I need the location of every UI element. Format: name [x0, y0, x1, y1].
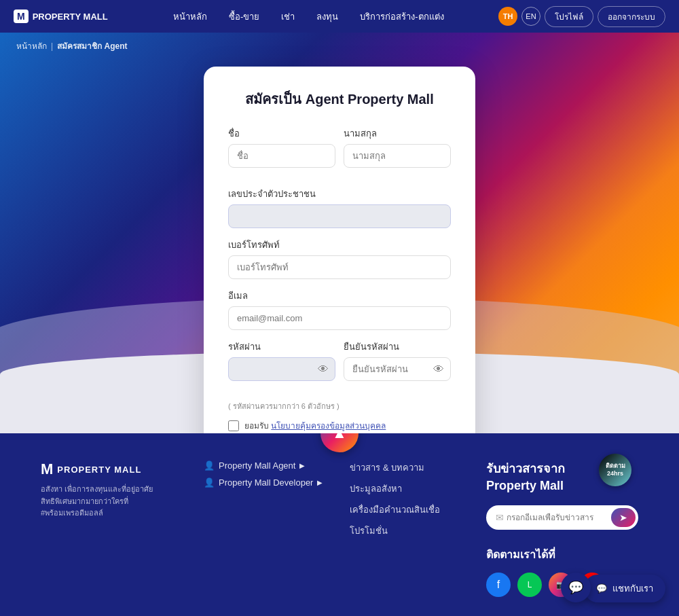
- nav-buy-sell[interactable]: ซื้อ-ขาย: [219, 5, 269, 28]
- nav-right: TH EN โปรไฟล์ ออกจากระบบ: [498, 6, 665, 27]
- footer-logo-column: M PROPERTY MALL อสังหา เพื่อการลงทุนและท…: [41, 460, 177, 520]
- line-icon[interactable]: L: [517, 573, 542, 597]
- social-title: ติดตามเราได้ที่: [486, 546, 638, 563]
- password-label: รหัสผ่าน: [228, 340, 335, 354]
- confirm-password-label: ยืนยันรหัสผ่าน: [344, 340, 451, 354]
- newsletter-email-input[interactable]: [507, 513, 608, 522]
- footer-links-column: 👤 Property Mall Agent ▶ 👤 Property Mall …: [204, 460, 323, 488]
- first-name-input[interactable]: [228, 144, 335, 168]
- profile-button[interactable]: โปรไฟล์: [545, 6, 593, 27]
- lang-en-button[interactable]: EN: [521, 7, 540, 26]
- lang-th-button[interactable]: TH: [498, 7, 517, 26]
- email-group: อีเมล: [228, 289, 451, 330]
- checkbox1[interactable]: [228, 420, 239, 431]
- footer-auction-link[interactable]: ประมูลอสังหา: [350, 482, 440, 496]
- footer-promo-link[interactable]: โปรโมชั่น: [350, 524, 440, 538]
- first-name-label: ชื่อ: [228, 126, 335, 141]
- footer-developer-link[interactable]: 👤 Property Mall Developer ▶: [204, 477, 323, 488]
- footer-news-link[interactable]: ข่าวสาร & บทความ: [350, 460, 440, 475]
- breadcrumb-current: สมัครสมาชิก Agent: [57, 39, 127, 52]
- brand-logo[interactable]: M PROPERTY MALL: [14, 10, 108, 23]
- breadcrumb-separator: |: [51, 41, 53, 51]
- privacy-policy-link[interactable]: นโยบายคุ้มครองข้อมูลส่วนบุคคล: [271, 421, 386, 431]
- navbar: M PROPERTY MALL หน้าหลัก ซื้อ-ขาย เช่า ล…: [0, 0, 679, 33]
- name-row: ชื่อ นามสกุล: [228, 126, 451, 177]
- password-row: รหัสผ่าน 👁 ยืนยันรหัสผ่าน 👁: [228, 340, 451, 391]
- form-title: สมัครเป็น Agent Property Mall: [228, 88, 451, 110]
- footer-tagline: อสังหา เพื่อการลงทุนและที่อยู่อาศัยสิทธิ…: [41, 484, 177, 520]
- last-name-group: นามสกุล: [344, 126, 451, 168]
- confirm-password-eye-icon[interactable]: 👁: [433, 363, 444, 376]
- id-card-label: เลขประจำตัวประชาชน: [228, 187, 451, 201]
- nav-home[interactable]: หน้าหลัก: [164, 5, 217, 28]
- brand-name: PROPERTY MALL: [33, 12, 108, 22]
- person-icon-dev: 👤: [204, 477, 215, 488]
- logo-icon: M: [14, 10, 29, 23]
- agent-label: Property Mall Agent: [219, 460, 295, 471]
- email-input[interactable]: [228, 306, 451, 330]
- chat-bubble-button[interactable]: 💬: [561, 573, 591, 602]
- hero-section: หน้าหลัก | สมัครสมาชิก Agent สมัครเป็น A…: [0, 33, 679, 433]
- id-card-input[interactable]: [228, 204, 451, 228]
- checkbox1-label: ยอมรับ นโยบายคุ้มครองข้อมูลส่วนบุคคล: [244, 419, 386, 432]
- nav-links: หน้าหลัก ซื้อ-ขาย เช่า ลงทุน บริการก่อสร…: [124, 5, 493, 28]
- confirm-password-input-wrapper: 👁: [344, 357, 451, 381]
- footer-agent-link[interactable]: 👤 Property Mall Agent ▶: [204, 460, 323, 471]
- developer-label: Property Mall Developer: [219, 477, 313, 488]
- confirm-password-group: ยืนยันรหัสผ่าน 👁: [344, 340, 451, 381]
- newsletter-input-row: ✉ ➤: [486, 505, 638, 530]
- breadcrumb: หน้าหลัก | สมัครสมาชิก Agent: [16, 39, 127, 52]
- email-label: อีเมล: [228, 289, 451, 303]
- footer-brand-name: PROPERTY MALL: [57, 465, 141, 475]
- phone-input[interactable]: [228, 255, 451, 279]
- phone-label: เบอร์โทรศัพท์: [228, 238, 451, 252]
- bubble-icon: 💬: [568, 580, 583, 595]
- arrow-icon-agent: ▶: [299, 462, 305, 469]
- password-hint: ( รหัสผ่านควรมากกว่า 6 ตัวอักษร ): [228, 400, 451, 412]
- footer-content: M PROPERTY MALL อสังหา เพื่อการลงทุนและท…: [41, 460, 638, 597]
- password-eye-icon[interactable]: 👁: [318, 363, 329, 376]
- nav-construction[interactable]: บริการก่อสร้าง-ตกแต่ง: [350, 5, 453, 28]
- tiktok-badge[interactable]: ติดตาม24hrs: [599, 454, 631, 486]
- email-icon: ✉: [496, 512, 504, 523]
- nav-invest[interactable]: ลงทุน: [307, 5, 348, 28]
- checkbox1-row: ยอมรับ นโยบายคุ้มครองข้อมูลส่วนบุคคล: [228, 419, 451, 432]
- phone-group: เบอร์โทรศัพท์: [228, 238, 451, 279]
- logout-button[interactable]: ออกจากระบบ: [598, 6, 665, 27]
- nav-rent[interactable]: เช่า: [272, 5, 304, 28]
- person-icon: 👤: [204, 460, 215, 471]
- footer-calculator-link[interactable]: เครื่องมือคำนวณสินเชื่อ: [350, 503, 440, 517]
- first-name-group: ชื่อ: [228, 126, 335, 168]
- facebook-icon[interactable]: f: [486, 573, 511, 597]
- last-name-label: นามสกุล: [344, 126, 451, 141]
- newsletter-submit-button[interactable]: ➤: [611, 508, 636, 527]
- chat-icon: 💬: [596, 583, 607, 594]
- footer-logo-mark: M: [41, 460, 53, 478]
- footer-logo: M PROPERTY MALL: [41, 460, 177, 478]
- chat-button[interactable]: 💬 แชทกับเรา: [584, 575, 665, 602]
- arrow-icon-dev: ▶: [317, 479, 323, 486]
- last-name-input[interactable]: [344, 144, 451, 168]
- id-card-group: เลขประจำตัวประชาชน: [228, 187, 451, 228]
- footer-menu-column: ข่าวสาร & บทความ ประมูลอสังหา เครื่องมือ…: [350, 460, 440, 538]
- chat-label: แชทกับเรา: [612, 581, 653, 596]
- password-input-wrapper: 👁: [228, 357, 335, 381]
- registration-form-card: สมัครเป็น Agent Property Mall ชื่อ นามสก…: [204, 67, 475, 433]
- breadcrumb-home[interactable]: หน้าหลัก: [16, 39, 47, 52]
- password-group: รหัสผ่าน 👁: [228, 340, 335, 381]
